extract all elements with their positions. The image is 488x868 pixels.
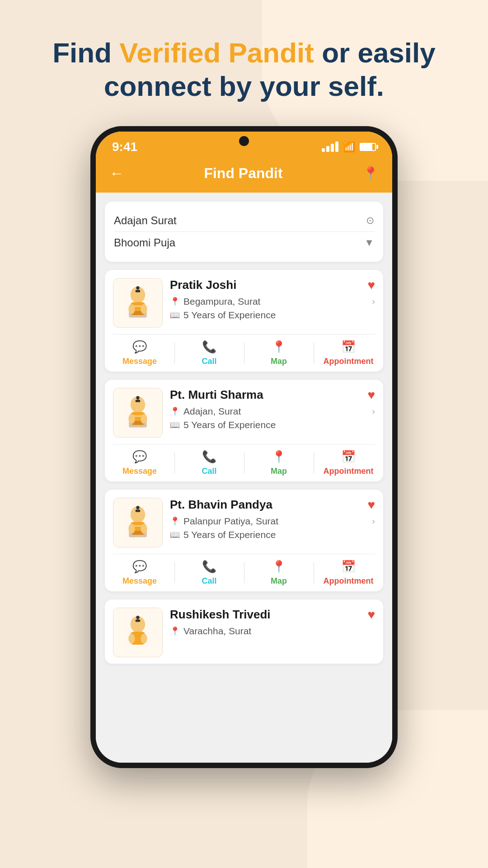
svg-point-25 xyxy=(136,506,139,509)
message-icon-2: 💬 xyxy=(132,560,147,574)
call-button-0[interactable]: 📞 Call xyxy=(174,340,244,366)
appointment-icon-1: 📅 xyxy=(341,450,356,464)
header-location-icon[interactable]: 📍 xyxy=(363,166,379,181)
signal-icon xyxy=(322,142,338,152)
favorite-button-0[interactable]: ♥ xyxy=(367,278,375,292)
appointment-button-1[interactable]: 📅 Appointment xyxy=(314,450,383,476)
svg-point-15 xyxy=(136,396,139,399)
pandit-location-row-3: 📍 Varachha, Surat xyxy=(170,626,375,637)
puja-dropdown-icon: ▼ xyxy=(364,237,374,249)
call-label-2: Call xyxy=(202,576,216,586)
pandit-info-3: Rushikesh Trivedi ♥ 📍 Varachha, Surat xyxy=(105,599,383,664)
pandit-exp-row-2: 📖 5 Years of Experience xyxy=(170,529,375,540)
pandit-location-2: Palanpur Patiya, Surat xyxy=(183,516,278,527)
message-button-0[interactable]: 💬 Message xyxy=(105,340,174,366)
appointment-button-2[interactable]: 📅 Appointment xyxy=(314,560,383,586)
pandit-card-2: Pt. Bhavin Pandya ♥ 📍 Palanpur Patiya, S… xyxy=(105,490,383,591)
call-button-2[interactable]: 📞 Call xyxy=(174,560,244,586)
pandit-details-0: Pratik Joshi ♥ 📍 Begampura, Surat › 📖 5 … xyxy=(170,278,375,323)
battery-icon xyxy=(360,143,376,151)
map-button-2[interactable]: 📍 Map xyxy=(244,560,314,586)
detail-chevron-2: › xyxy=(372,516,375,526)
svg-point-35 xyxy=(136,616,139,619)
svg-point-8 xyxy=(128,304,135,314)
pandit-info-0: Pratik Joshi ♥ 📍 Begampura, Surat › 📖 5 … xyxy=(105,270,383,334)
pandit-details-3: Rushikesh Trivedi ♥ 📍 Varachha, Surat xyxy=(170,608,375,639)
status-icons: 📶 xyxy=(322,141,376,153)
appointment-label-2: Appointment xyxy=(324,576,374,586)
appointment-icon-0: 📅 xyxy=(341,340,356,354)
map-button-0[interactable]: 📍 Map xyxy=(244,340,314,366)
map-icon-0: 📍 xyxy=(272,340,286,354)
location-icon-2: 📍 xyxy=(170,516,180,526)
action-bar-1: 💬 Message 📞 Call 📍 Map 📅 xyxy=(105,444,383,481)
message-button-1[interactable]: 💬 Message xyxy=(105,450,174,476)
svg-rect-23 xyxy=(136,509,141,512)
location-filter-icon: ⊙ xyxy=(366,215,374,226)
favorite-button-3[interactable]: ♥ xyxy=(367,608,375,622)
pandit-name-0: Pratik Joshi xyxy=(170,278,236,292)
svg-point-28 xyxy=(128,524,135,533)
svg-point-5 xyxy=(136,286,139,289)
pandit-info-1: Pt. Murti Sharma ♥ 📍 Adajan, Surat › 📖 5… xyxy=(105,380,383,444)
pandit-exp-2: 5 Years of Experience xyxy=(183,529,276,540)
message-button-2[interactable]: 💬 Message xyxy=(105,560,174,586)
pandit-card-1: Pt. Murti Sharma ♥ 📍 Adajan, Surat › 📖 5… xyxy=(105,380,383,481)
headline-part1: Find xyxy=(52,37,119,68)
pandit-avatar-3 xyxy=(113,608,163,657)
call-button-1[interactable]: 📞 Call xyxy=(174,450,244,476)
appointment-button-0[interactable]: 📅 Appointment xyxy=(314,340,383,366)
detail-chevron-0: › xyxy=(372,296,375,307)
call-icon-1: 📞 xyxy=(202,450,216,464)
pandit-details-1: Pt. Murti Sharma ♥ 📍 Adajan, Surat › 📖 5… xyxy=(170,388,375,433)
svg-point-37 xyxy=(141,633,147,643)
svg-point-18 xyxy=(128,414,135,424)
svg-rect-13 xyxy=(136,400,141,402)
screen-content[interactable]: Adajan Surat ⊙ Bhoomi Puja ▼ xyxy=(96,193,392,763)
favorite-button-1[interactable]: ♥ xyxy=(367,388,375,402)
call-label-1: Call xyxy=(202,467,216,476)
pandit-location-0: Begampura, Surat xyxy=(183,296,260,307)
map-label-1: Map xyxy=(271,467,287,476)
location-filter-value: Adajan Surat xyxy=(114,214,177,227)
app-header: ← Find Pandit 📍 xyxy=(96,158,392,193)
map-label-0: Map xyxy=(271,357,287,366)
pandit-card-3: Rushikesh Trivedi ♥ 📍 Varachha, Surat xyxy=(105,599,383,664)
phone-frame: 9:41 📶 ← Find Pandit xyxy=(90,126,398,768)
pandit-info-2: Pt. Bhavin Pandya ♥ 📍 Palanpur Patiya, S… xyxy=(105,490,383,554)
message-label-0: Message xyxy=(122,357,157,366)
headline: Find Verified Pandit or easily connect b… xyxy=(0,0,488,122)
appointment-label-0: Appointment xyxy=(324,357,374,366)
message-label-1: Message xyxy=(122,467,157,476)
call-icon-0: 📞 xyxy=(202,340,216,354)
pandit-exp-row-0: 📖 5 Years of Experience xyxy=(170,310,375,321)
svg-point-29 xyxy=(141,524,147,533)
puja-filter[interactable]: Bhoomi Puja ▼ xyxy=(114,231,374,254)
favorite-button-2[interactable]: ♥ xyxy=(367,498,375,512)
action-bar-2: 💬 Message 📞 Call 📍 Map 📅 xyxy=(105,554,383,591)
svg-point-36 xyxy=(128,633,135,643)
pandit-card-0: Pratik Joshi ♥ 📍 Begampura, Surat › 📖 5 … xyxy=(105,270,383,372)
svg-point-9 xyxy=(141,304,147,314)
svg-rect-33 xyxy=(136,619,141,622)
pandit-avatar-0 xyxy=(113,278,163,328)
phone-screen: 9:41 📶 ← Find Pandit xyxy=(96,132,392,763)
appointment-label-1: Appointment xyxy=(324,467,374,476)
location-icon-3: 📍 xyxy=(170,626,180,636)
pandit-location-row-1: 📍 Adajan, Surat › xyxy=(170,406,375,417)
pandit-exp-1: 5 Years of Experience xyxy=(183,420,276,430)
pandit-name-1: Pt. Murti Sharma xyxy=(170,388,263,402)
status-time: 9:41 xyxy=(112,140,137,154)
pandit-avatar-1 xyxy=(113,388,163,438)
filters-card: Adajan Surat ⊙ Bhoomi Puja ▼ xyxy=(105,202,383,262)
message-label-2: Message xyxy=(122,576,157,586)
back-button[interactable]: ← xyxy=(109,165,124,182)
location-filter[interactable]: Adajan Surat ⊙ xyxy=(114,210,374,231)
pandit-name-2: Pt. Bhavin Pandya xyxy=(170,498,272,512)
camera-notch xyxy=(239,136,249,146)
header-title: Find Pandit xyxy=(204,165,282,182)
map-button-1[interactable]: 📍 Map xyxy=(244,450,314,476)
map-icon-2: 📍 xyxy=(272,560,286,574)
pandit-exp-row-1: 📖 5 Years of Experience xyxy=(170,420,375,430)
pandit-location-row-0: 📍 Begampura, Surat › xyxy=(170,296,375,307)
